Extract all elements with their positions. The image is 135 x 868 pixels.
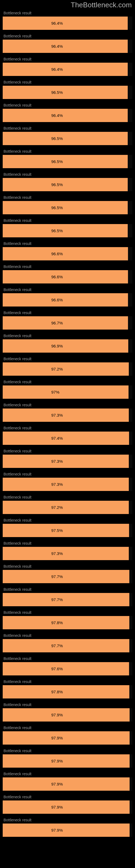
result-label: Bottleneck result: [3, 403, 132, 408]
bar-value: 96.5%: [3, 205, 63, 210]
result-label: Bottleneck result: [3, 749, 132, 754]
result-label: Bottleneck result: [3, 633, 132, 639]
result-row: Bottleneck result97.9%: [0, 725, 135, 745]
bar-track: 96.5%: [3, 155, 132, 168]
bar-fill: 97.8%: [3, 616, 129, 629]
result-label: Bottleneck result: [3, 656, 132, 662]
bar-fill: 97.8%: [3, 685, 129, 699]
bar-track: 97.9%: [3, 731, 132, 745]
result-row: Bottleneck result97.9%: [0, 703, 135, 721]
bar-fill: 96.7%: [3, 316, 128, 330]
bar-fill: 97%: [3, 385, 129, 399]
result-label: Bottleneck result: [3, 57, 132, 63]
result-row: Bottleneck result97.3%: [0, 403, 135, 422]
bar-track: 97.2%: [3, 501, 132, 514]
result-row: Bottleneck result96.7%: [0, 311, 135, 330]
site-title[interactable]: TheBottleneck.com: [0, 0, 135, 11]
result-row: Bottleneck result97.9%: [0, 795, 135, 814]
bar-fill: 97.3%: [3, 547, 129, 560]
bar-value: 96.4%: [3, 67, 63, 72]
bar-track: 97.5%: [3, 524, 132, 537]
result-row: Bottleneck result97.9%: [0, 818, 135, 837]
result-label: Bottleneck result: [3, 564, 132, 570]
result-label: Bottleneck result: [3, 311, 132, 316]
result-row: Bottleneck result97%: [0, 380, 135, 399]
result-row: Bottleneck result96.5%: [0, 126, 135, 145]
bar-fill: 97.7%: [3, 570, 129, 583]
bar-value: 97.8%: [3, 620, 63, 625]
bar-track: 96.5%: [3, 178, 132, 191]
bar-value: 96.5%: [3, 136, 63, 141]
result-label: Bottleneck result: [3, 357, 132, 362]
bar-track: 96.5%: [3, 201, 132, 214]
result-label: Bottleneck result: [3, 449, 132, 455]
result-label: Bottleneck result: [3, 703, 132, 708]
result-row: Bottleneck result97.2%: [0, 357, 135, 376]
bar-fill: 96.9%: [3, 339, 128, 352]
bar-fill: 97.4%: [3, 432, 129, 445]
result-label: Bottleneck result: [3, 380, 132, 385]
bar-fill: 97.7%: [3, 639, 129, 652]
bar-track: 97.9%: [3, 754, 132, 768]
page-container: TheBottleneck.com Bottleneck result96.4%…: [0, 0, 135, 837]
result-row: Bottleneck result97.7%: [0, 633, 135, 652]
result-label: Bottleneck result: [3, 587, 132, 593]
bar-value: 97.9%: [3, 828, 63, 833]
bar-fill: 96.5%: [3, 224, 128, 237]
bar-fill: 97.6%: [3, 662, 129, 675]
bar-track: 97.3%: [3, 455, 132, 468]
result-label: Bottleneck result: [3, 149, 132, 155]
result-label: Bottleneck result: [3, 472, 132, 478]
bar-fill: 96.4%: [3, 63, 128, 76]
bar-fill: 96.4%: [3, 40, 128, 53]
result-row: Bottleneck result96.6%: [0, 241, 135, 260]
bar-track: 97.6%: [3, 662, 132, 675]
bar-value: 97.6%: [3, 666, 63, 671]
bar-value: 96.4%: [3, 113, 63, 118]
result-label: Bottleneck result: [3, 795, 132, 801]
bar-value: 96.6%: [3, 275, 63, 279]
result-row: Bottleneck result97.6%: [0, 656, 135, 675]
bar-fill: 97.3%: [3, 408, 129, 422]
bar-track: 96.4%: [3, 17, 132, 30]
result-label: Bottleneck result: [3, 518, 132, 524]
bar-fill: 97.9%: [3, 777, 130, 791]
bar-track: 96.6%: [3, 293, 132, 307]
result-row: Bottleneck result96.5%: [0, 80, 135, 99]
bar-track: 97.3%: [3, 408, 132, 422]
bar-track: 97.7%: [3, 593, 132, 606]
bar-track: 97.7%: [3, 570, 132, 583]
result-label: Bottleneck result: [3, 11, 132, 17]
bar-fill: 96.6%: [3, 293, 128, 307]
bar-value: 97.3%: [3, 482, 63, 487]
bar-value: 97.8%: [3, 689, 63, 694]
bar-fill: 96.5%: [3, 201, 128, 214]
result-row: Bottleneck result97.5%: [0, 518, 135, 537]
bar-fill: 96.6%: [3, 247, 128, 260]
result-label: Bottleneck result: [3, 495, 132, 501]
bar-fill: 97.5%: [3, 524, 129, 537]
result-label: Bottleneck result: [3, 172, 132, 178]
bar-track: 96.9%: [3, 339, 132, 352]
bar-track: 97.8%: [3, 616, 132, 629]
bar-fill: 97.9%: [3, 754, 130, 768]
result-row: Bottleneck result97.7%: [0, 587, 135, 606]
result-label: Bottleneck result: [3, 126, 132, 132]
bar-track: 96.4%: [3, 109, 132, 122]
bar-fill: 96.4%: [3, 17, 128, 30]
bar-track: 97.9%: [3, 708, 132, 721]
result-label: Bottleneck result: [3, 103, 132, 109]
result-row: Bottleneck result96.6%: [0, 287, 135, 307]
result-label: Bottleneck result: [3, 241, 132, 247]
bar-track: 96.5%: [3, 224, 132, 237]
bar-fill: 96.4%: [3, 109, 128, 122]
bar-value: 96.9%: [3, 344, 63, 348]
bar-value: 97.2%: [3, 367, 63, 371]
result-label: Bottleneck result: [3, 772, 132, 777]
bar-value: 97.4%: [3, 436, 63, 440]
result-row: Bottleneck result97.9%: [0, 749, 135, 768]
result-row: Bottleneck result97.4%: [0, 426, 135, 445]
result-label: Bottleneck result: [3, 195, 132, 201]
result-row: Bottleneck result96.5%: [0, 172, 135, 191]
bar-value: 97.2%: [3, 505, 63, 510]
